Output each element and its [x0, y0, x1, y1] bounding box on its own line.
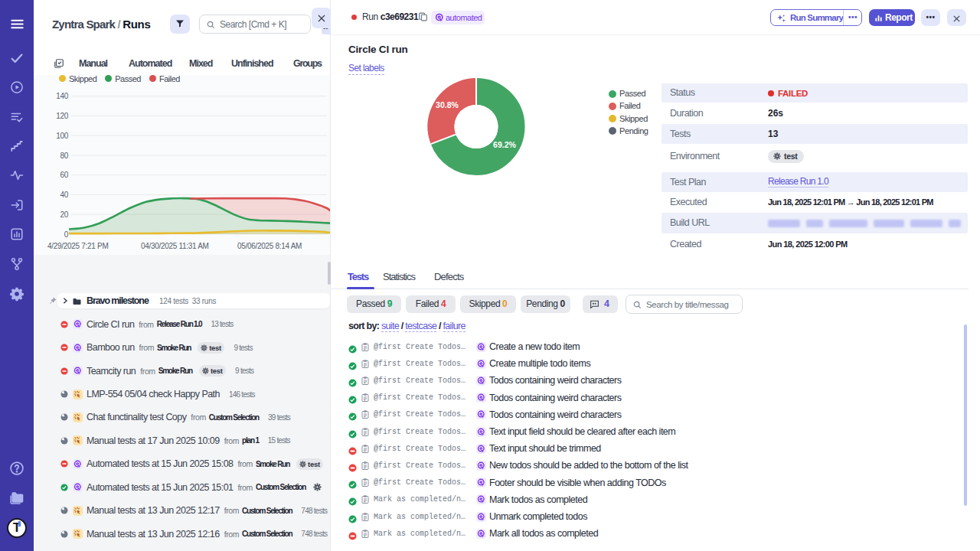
svg-text:69.2%: 69.2% — [493, 140, 516, 149]
svg-text:140: 140 — [56, 92, 69, 100]
svg-text:80: 80 — [60, 152, 68, 160]
svg-text:0: 0 — [64, 230, 69, 239]
svg-text:40: 40 — [60, 191, 68, 199]
svg-text:20: 20 — [60, 210, 68, 219]
svg-text:120: 120 — [56, 112, 69, 120]
svg-text:30.8%: 30.8% — [436, 100, 459, 109]
svg-text:100: 100 — [56, 132, 69, 140]
svg-text:60: 60 — [60, 171, 68, 179]
